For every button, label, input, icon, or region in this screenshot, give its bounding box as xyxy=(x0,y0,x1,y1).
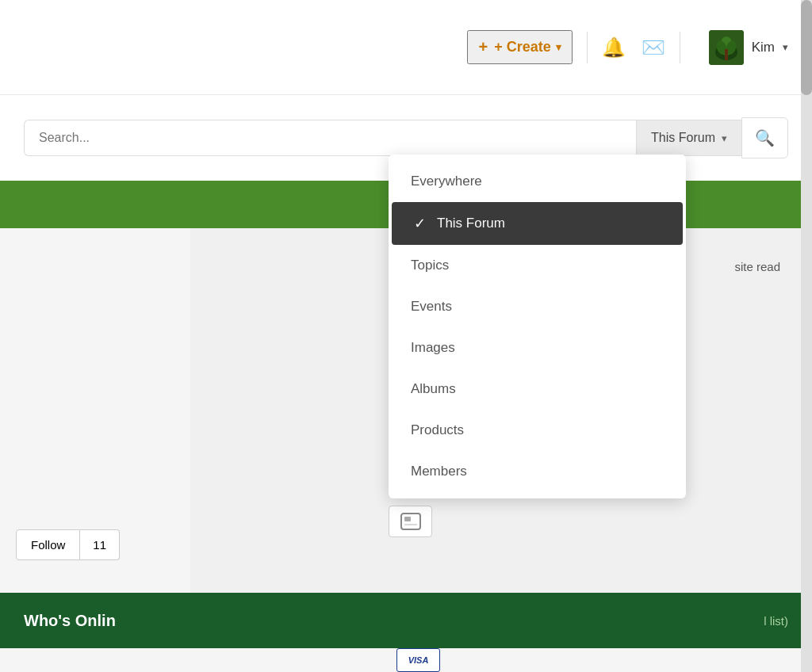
dropdown-events-label: Events xyxy=(411,299,452,315)
top-navigation: + + Create ▾ 🔔 ✉️ Kim ▾ xyxy=(0,0,812,95)
whos-online-banner: Who's Onlin l list) xyxy=(0,593,812,648)
left-sidebar: Follow 11 xyxy=(0,228,190,648)
dropdown-item-images[interactable]: Images xyxy=(389,327,686,368)
search-scope-label: This Forum xyxy=(651,131,715,145)
follow-area: Follow 11 xyxy=(16,529,174,560)
dropdown-item-everywhere[interactable]: Everywhere xyxy=(389,161,686,202)
nav-icons-group: 🔔 ✉️ xyxy=(602,36,665,59)
search-input[interactable] xyxy=(24,120,636,156)
dropdown-item-this-forum[interactable]: ✓ This Forum xyxy=(392,202,683,245)
search-submit-button[interactable]: 🔍 xyxy=(741,117,788,158)
partial-visa-box: VISA xyxy=(396,648,440,672)
scrollbar[interactable] xyxy=(801,0,812,672)
dropdown-topics-label: Topics xyxy=(411,258,449,273)
messages-envelope-icon[interactable]: ✉️ xyxy=(642,36,665,59)
partial-icon-box xyxy=(389,506,432,537)
nav-divider-2 xyxy=(680,32,680,63)
svg-rect-5 xyxy=(725,49,728,60)
search-icon: 🔍 xyxy=(755,128,775,147)
scope-chevron-icon: ▾ xyxy=(722,132,727,144)
svg-rect-6 xyxy=(401,514,420,529)
dropdown-albums-label: Albums xyxy=(411,381,456,397)
dropdown-products-label: Products xyxy=(411,422,464,438)
create-label: + Create xyxy=(494,39,551,55)
dropdown-members-label: Members xyxy=(411,464,467,479)
dropdown-this-forum-label: This Forum xyxy=(437,216,505,231)
user-chevron-icon: ▾ xyxy=(783,41,788,53)
checkmark-icon: ✓ xyxy=(414,215,426,232)
notification-bell-icon[interactable]: 🔔 xyxy=(602,36,626,59)
svg-rect-7 xyxy=(404,517,411,521)
dropdown-everywhere-label: Everywhere xyxy=(411,174,482,189)
dropdown-item-products[interactable]: Products xyxy=(389,410,686,451)
search-scope-button[interactable]: This Forum ▾ xyxy=(636,120,741,156)
nav-divider-1 xyxy=(587,32,588,63)
scrollbar-thumb[interactable] xyxy=(801,0,812,95)
site-read-text: site read xyxy=(734,260,780,273)
user-menu[interactable]: Kim ▾ xyxy=(709,30,788,65)
create-button[interactable]: + + Create ▾ xyxy=(467,30,572,64)
dropdown-item-topics[interactable]: Topics xyxy=(389,245,686,286)
user-name: Kim xyxy=(752,40,775,55)
follow-button[interactable]: Follow xyxy=(16,529,80,560)
dropdown-images-label: Images xyxy=(411,340,455,356)
dropdown-item-members[interactable]: Members xyxy=(389,451,686,492)
dropdown-item-albums[interactable]: Albums xyxy=(389,368,686,410)
whos-online-list-link[interactable]: l list) xyxy=(764,614,788,628)
dropdown-item-events[interactable]: Events xyxy=(389,286,686,327)
create-chevron-icon: ▾ xyxy=(556,41,561,53)
search-scope-dropdown: Everywhere ✓ This Forum Topics Events Im… xyxy=(389,155,686,498)
whos-online-title: Who's Onlin xyxy=(24,612,116,630)
avatar xyxy=(709,30,744,65)
plus-icon: + xyxy=(478,38,488,56)
follow-count: 11 xyxy=(80,529,120,560)
